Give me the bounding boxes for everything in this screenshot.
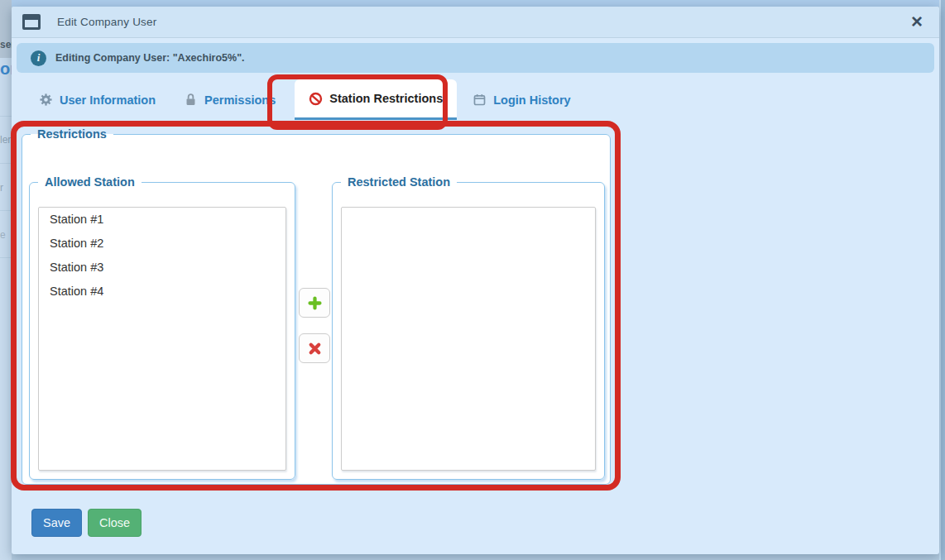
remove-x-icon: [307, 341, 323, 357]
edit-company-user-dialog: Edit Company User × i Editing Company Us…: [12, 7, 939, 554]
restricted-station-legend: Restricted Station: [341, 175, 457, 189]
background-page-top-edge: [12, 0, 939, 7]
tab-label: User Information: [60, 93, 156, 107]
tab-station-restrictions[interactable]: Station Restrictions: [295, 79, 457, 120]
info-banner: i Editing Company User: "Axechiro5%".: [17, 43, 934, 73]
background-page-scrollbar[interactable]: [939, 0, 945, 560]
gear-icon: [39, 93, 53, 107]
dialog-titlebar: Edit Company User ×: [12, 7, 939, 38]
lock-icon: [184, 93, 198, 107]
restrictions-legend: Restrictions: [31, 127, 113, 141]
allowed-station-list[interactable]: Station #1 Station #2 Station #3 Station…: [38, 207, 286, 471]
tab-label: Permissions: [204, 93, 276, 107]
move-buttons: [299, 288, 330, 363]
background-row-divider: [0, 257, 12, 258]
tab-login-history[interactable]: Login History: [458, 79, 584, 120]
list-item[interactable]: Station #4: [39, 280, 285, 304]
background-text-fragment: r: [0, 182, 3, 194]
background-page-left-edge: ser on ler r e: [0, 0, 12, 560]
add-button[interactable]: [299, 288, 330, 318]
list-item[interactable]: Station #3: [39, 256, 285, 280]
background-text-fragment: ler: [0, 134, 11, 146]
window-icon: [22, 14, 41, 30]
add-icon: [307, 295, 323, 311]
background-row-divider: [0, 210, 12, 211]
tab-label: Login History: [493, 93, 570, 107]
background-text-fragment: ser: [0, 39, 12, 50]
restricted-station-list[interactable]: [341, 207, 596, 471]
dialog-title: Edit Company User: [57, 16, 156, 28]
restrictions-fieldset: Restrictions Allowed Station Station #1 …: [22, 127, 611, 485]
allowed-station-fieldset: Allowed Station Station #1 Station #2 St…: [29, 175, 295, 480]
background-text-fragment: on: [0, 60, 12, 79]
background-text-fragment: e: [0, 229, 6, 241]
background-row-divider: [0, 163, 12, 164]
remove-button[interactable]: [299, 333, 330, 363]
info-icon: i: [31, 50, 46, 66]
list-item[interactable]: Station #1: [39, 208, 285, 232]
tab-bar: User Information Permissions Station Res…: [25, 79, 585, 120]
save-button[interactable]: Save: [31, 509, 82, 537]
close-button[interactable]: Close: [88, 509, 142, 537]
allowed-station-legend: Allowed Station: [38, 175, 142, 189]
calendar-icon: [472, 93, 487, 107]
background-page-bottom-edge: [12, 554, 939, 560]
close-icon[interactable]: ×: [905, 10, 928, 33]
no-entry-icon: [309, 92, 323, 106]
info-banner-text: Editing Company User: "Axechiro5%".: [55, 52, 245, 64]
restricted-station-fieldset: Restricted Station: [332, 175, 605, 480]
tab-permissions[interactable]: Permissions: [170, 79, 290, 120]
tab-label: Station Restrictions: [329, 92, 443, 105]
background-row-divider: [0, 116, 12, 117]
tab-user-information[interactable]: User Information: [25, 79, 170, 120]
list-item[interactable]: Station #2: [39, 232, 285, 256]
